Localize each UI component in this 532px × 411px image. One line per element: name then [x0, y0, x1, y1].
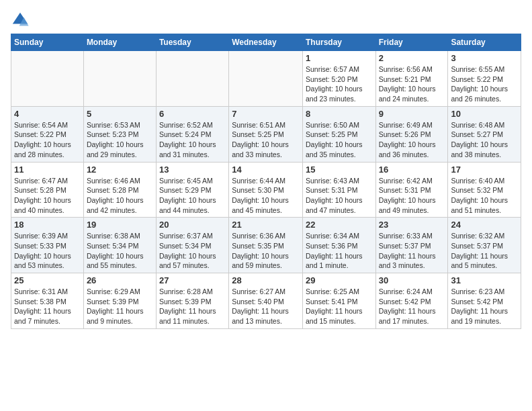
calendar-cell: 6Sunrise: 6:52 AM Sunset: 5:24 PM Daylig…: [156, 106, 228, 162]
day-number: 22: [306, 220, 373, 230]
calendar-week-row: 11Sunrise: 6:47 AM Sunset: 5:28 PM Dayli…: [11, 162, 521, 218]
day-info: Sunrise: 6:29 AM Sunset: 5:39 PM Dayligh…: [87, 287, 153, 326]
weekday-header-tuesday: Tuesday: [156, 34, 228, 51]
day-info: Sunrise: 6:42 AM Sunset: 5:31 PM Dayligh…: [379, 176, 445, 216]
day-number: 16: [379, 165, 445, 175]
day-number: 17: [451, 165, 518, 175]
calendar-cell: 23Sunrise: 6:33 AM Sunset: 5:37 PM Dayli…: [375, 218, 448, 273]
calendar-cell: 12Sunrise: 6:46 AM Sunset: 5:28 PM Dayli…: [83, 162, 156, 218]
day-info: Sunrise: 6:54 AM Sunset: 5:22 PM Dayligh…: [14, 120, 81, 160]
calendar-cell: 24Sunrise: 6:32 AM Sunset: 5:37 PM Dayli…: [448, 218, 521, 273]
calendar-week-row: 1Sunrise: 6:57 AM Sunset: 5:20 PM Daylig…: [11, 51, 521, 107]
day-info: Sunrise: 6:49 AM Sunset: 5:26 PM Dayligh…: [379, 120, 445, 160]
calendar-cell: 7Sunrise: 6:51 AM Sunset: 5:25 PM Daylig…: [229, 106, 303, 162]
day-info: Sunrise: 6:36 AM Sunset: 5:35 PM Dayligh…: [232, 231, 300, 271]
day-info: Sunrise: 6:55 AM Sunset: 5:22 PM Dayligh…: [451, 64, 518, 104]
day-number: 30: [379, 275, 445, 285]
day-info: Sunrise: 6:53 AM Sunset: 5:23 PM Dayligh…: [87, 120, 153, 160]
day-number: 20: [159, 220, 226, 230]
day-number: 29: [306, 275, 373, 285]
day-info: Sunrise: 6:37 AM Sunset: 5:34 PM Dayligh…: [159, 231, 226, 271]
day-info: Sunrise: 6:32 AM Sunset: 5:37 PM Dayligh…: [451, 231, 518, 271]
day-info: Sunrise: 6:23 AM Sunset: 5:42 PM Dayligh…: [451, 287, 518, 326]
weekday-header-friday: Friday: [375, 34, 448, 51]
calendar-cell: 19Sunrise: 6:38 AM Sunset: 5:34 PM Dayli…: [83, 218, 156, 273]
calendar-week-row: 4Sunrise: 6:54 AM Sunset: 5:22 PM Daylig…: [11, 106, 521, 162]
calendar-cell: 25Sunrise: 6:31 AM Sunset: 5:38 PM Dayli…: [11, 273, 84, 329]
calendar-cell: 31Sunrise: 6:23 AM Sunset: 5:42 PM Dayli…: [448, 273, 521, 329]
calendar-cell: 26Sunrise: 6:29 AM Sunset: 5:39 PM Dayli…: [83, 273, 156, 329]
day-info: Sunrise: 6:44 AM Sunset: 5:30 PM Dayligh…: [232, 176, 300, 216]
day-number: 5: [87, 109, 153, 119]
calendar-cell: 27Sunrise: 6:28 AM Sunset: 5:39 PM Dayli…: [156, 273, 228, 329]
day-info: Sunrise: 6:31 AM Sunset: 5:38 PM Dayligh…: [14, 287, 81, 326]
day-info: Sunrise: 6:47 AM Sunset: 5:28 PM Dayligh…: [14, 176, 81, 216]
weekday-header-row: SundayMondayTuesdayWednesdayThursdayFrid…: [11, 34, 521, 51]
day-info: Sunrise: 6:48 AM Sunset: 5:27 PM Dayligh…: [451, 120, 518, 160]
day-info: Sunrise: 6:28 AM Sunset: 5:39 PM Dayligh…: [159, 287, 226, 326]
day-number: 23: [379, 220, 445, 230]
day-number: 3: [451, 53, 518, 63]
day-number: 13: [159, 165, 226, 175]
calendar-cell: [156, 51, 228, 107]
weekday-header-monday: Monday: [83, 34, 156, 51]
day-number: 15: [306, 165, 373, 175]
calendar-cell: 9Sunrise: 6:49 AM Sunset: 5:26 PM Daylig…: [375, 106, 448, 162]
day-info: Sunrise: 6:46 AM Sunset: 5:28 PM Dayligh…: [87, 176, 153, 216]
weekday-header-sunday: Sunday: [11, 34, 84, 51]
day-number: 10: [451, 109, 518, 119]
calendar-cell: 2Sunrise: 6:56 AM Sunset: 5:21 PM Daylig…: [375, 51, 448, 107]
calendar-cell: [83, 51, 156, 107]
calendar-cell: 3Sunrise: 6:55 AM Sunset: 5:22 PM Daylig…: [448, 51, 521, 107]
day-number: 8: [306, 109, 373, 119]
calendar-cell: 4Sunrise: 6:54 AM Sunset: 5:22 PM Daylig…: [11, 106, 84, 162]
day-number: 9: [379, 109, 445, 119]
day-info: Sunrise: 6:33 AM Sunset: 5:37 PM Dayligh…: [379, 231, 445, 271]
day-info: Sunrise: 6:51 AM Sunset: 5:25 PM Dayligh…: [232, 120, 300, 160]
day-info: Sunrise: 6:56 AM Sunset: 5:21 PM Dayligh…: [379, 64, 445, 104]
day-info: Sunrise: 6:24 AM Sunset: 5:42 PM Dayligh…: [379, 287, 445, 326]
day-number: 11: [14, 165, 81, 175]
day-number: 19: [87, 220, 153, 230]
calendar-cell: 17Sunrise: 6:40 AM Sunset: 5:32 PM Dayli…: [448, 162, 521, 218]
calendar-cell: [11, 51, 84, 107]
day-info: Sunrise: 6:27 AM Sunset: 5:40 PM Dayligh…: [232, 287, 300, 326]
calendar-cell: 1Sunrise: 6:57 AM Sunset: 5:20 PM Daylig…: [302, 51, 375, 107]
calendar-cell: 15Sunrise: 6:43 AM Sunset: 5:31 PM Dayli…: [302, 162, 375, 218]
day-number: 7: [232, 109, 300, 119]
day-number: 14: [232, 165, 300, 175]
day-number: 4: [14, 109, 81, 119]
day-info: Sunrise: 6:39 AM Sunset: 5:33 PM Dayligh…: [14, 231, 81, 271]
calendar-cell: 8Sunrise: 6:50 AM Sunset: 5:25 PM Daylig…: [302, 106, 375, 162]
day-info: Sunrise: 6:25 AM Sunset: 5:41 PM Dayligh…: [306, 287, 373, 326]
day-number: 12: [87, 165, 153, 175]
day-number: 25: [14, 275, 81, 285]
day-number: 27: [159, 275, 226, 285]
calendar-cell: 13Sunrise: 6:45 AM Sunset: 5:29 PM Dayli…: [156, 162, 228, 218]
calendar-cell: 21Sunrise: 6:36 AM Sunset: 5:35 PM Dayli…: [229, 218, 303, 273]
calendar-cell: 28Sunrise: 6:27 AM Sunset: 5:40 PM Dayli…: [229, 273, 303, 329]
day-number: 26: [87, 275, 153, 285]
calendar-cell: 14Sunrise: 6:44 AM Sunset: 5:30 PM Dayli…: [229, 162, 303, 218]
calendar-cell: 11Sunrise: 6:47 AM Sunset: 5:28 PM Dayli…: [11, 162, 84, 218]
calendar-cell: 18Sunrise: 6:39 AM Sunset: 5:33 PM Dayli…: [11, 218, 84, 273]
logo: [11, 11, 32, 30]
day-info: Sunrise: 6:45 AM Sunset: 5:29 PM Dayligh…: [159, 176, 226, 216]
calendar-cell: 16Sunrise: 6:42 AM Sunset: 5:31 PM Dayli…: [375, 162, 448, 218]
calendar-cell: [229, 51, 303, 107]
logo-icon: [11, 11, 30, 30]
day-info: Sunrise: 6:50 AM Sunset: 5:25 PM Dayligh…: [306, 120, 373, 160]
weekday-header-thursday: Thursday: [302, 34, 375, 51]
day-info: Sunrise: 6:52 AM Sunset: 5:24 PM Dayligh…: [159, 120, 226, 160]
calendar-week-row: 25Sunrise: 6:31 AM Sunset: 5:38 PM Dayli…: [11, 273, 521, 329]
day-number: 28: [232, 275, 300, 285]
day-info: Sunrise: 6:57 AM Sunset: 5:20 PM Dayligh…: [306, 64, 373, 104]
weekday-header-wednesday: Wednesday: [229, 34, 303, 51]
day-info: Sunrise: 6:40 AM Sunset: 5:32 PM Dayligh…: [451, 176, 518, 216]
page-container: SundayMondayTuesdayWednesdayThursdayFrid…: [0, 0, 532, 334]
day-number: 31: [451, 275, 518, 285]
day-info: Sunrise: 6:38 AM Sunset: 5:34 PM Dayligh…: [87, 231, 153, 271]
day-info: Sunrise: 6:43 AM Sunset: 5:31 PM Dayligh…: [306, 176, 373, 216]
day-number: 1: [306, 53, 373, 63]
day-number: 6: [159, 109, 226, 119]
